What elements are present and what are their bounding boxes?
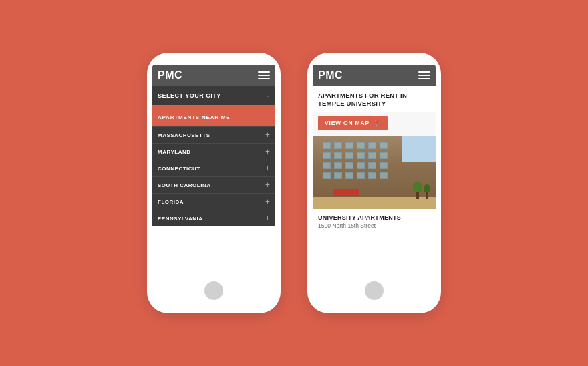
tree-2 [424, 184, 430, 199]
expand-icon: + [265, 181, 270, 189]
list-item[interactable]: CONNECTICUT + [152, 160, 275, 176]
menu-item-label: PENNSYLVANIA [158, 216, 203, 222]
view-on-map-label: VIEW ON MAP [325, 120, 370, 126]
hamburger-line-3 [418, 78, 430, 79]
window [345, 172, 353, 179]
view-on-map-button[interactable]: VIEW ON MAP 📍 [318, 116, 388, 130]
window [334, 152, 342, 159]
listing-info: UNIVERSITY APARTMENTS 1500 North 15th St… [313, 209, 436, 274]
window [368, 162, 376, 169]
windows-grid [323, 142, 388, 179]
window [380, 142, 388, 149]
expand-icon: + [265, 148, 270, 156]
window [380, 162, 388, 169]
expand-icon: + [265, 198, 270, 206]
list-item[interactable]: SOUTH CAROLINA + [152, 176, 275, 193]
window [357, 172, 365, 179]
listing-content: APARTMENTS FOR RENT IN TEMPLE UNIVERSITY… [313, 86, 436, 274]
left-header: PMC [152, 65, 275, 86]
window [334, 162, 342, 169]
tree-top [413, 182, 422, 192]
hamburger-line-3 [258, 78, 270, 79]
menu-item-label: SOUTH CAROLINA [158, 182, 210, 188]
list-item[interactable]: FLORIDA + [152, 193, 275, 210]
list-item[interactable]: MASSACHUSETTS + [152, 126, 275, 143]
select-city-label: SELECT YOUR CITY [158, 92, 221, 99]
window [357, 152, 365, 159]
menu-item-label: MARYLAND [158, 149, 190, 155]
apartments-near-me-item[interactable]: APARTMENTS NEAR ME [152, 105, 275, 126]
window [334, 172, 342, 179]
hamburger-line-2 [418, 75, 430, 76]
expand-icon: + [265, 164, 270, 172]
building-canopy [333, 189, 359, 196]
hamburger-line-1 [258, 71, 270, 73]
building-image [313, 136, 436, 209]
phone-left: PMC SELECT YOUR CITY - APARTMENTS NEAR M… [147, 53, 281, 313]
window [345, 162, 353, 169]
sky-background [402, 136, 436, 162]
phone-right-screen: PMC APARTMENTS FOR RENT IN TEMPLE UNIVER… [313, 65, 436, 274]
window [345, 152, 353, 159]
window [323, 162, 331, 169]
hamburger-menu-right[interactable] [418, 71, 430, 79]
apartment-name: UNIVERSITY APARTMENTS [318, 214, 430, 221]
window [380, 172, 388, 179]
menu-item-label: CONNECTICUT [158, 166, 200, 172]
list-item[interactable]: PENNSYLVANIA + [152, 210, 275, 226]
tree-trunk [416, 192, 419, 199]
building-facade [313, 136, 436, 209]
right-header: PMC [313, 65, 436, 86]
tree-1 [413, 182, 422, 199]
collapse-icon: - [267, 91, 270, 100]
map-pin-icon: 📍 [372, 120, 381, 127]
window [323, 142, 331, 149]
window [368, 172, 376, 179]
phone-right: PMC APARTMENTS FOR RENT IN TEMPLE UNIVER… [307, 53, 441, 313]
listing-title: APARTMENTS FOR RENT IN TEMPLE UNIVERSITY [318, 92, 430, 108]
hamburger-line-2 [258, 75, 270, 76]
window [368, 152, 376, 159]
hamburger-line-1 [418, 71, 430, 73]
phone-left-screen: PMC SELECT YOUR CITY - APARTMENTS NEAR M… [152, 65, 275, 274]
tree-trunk [426, 192, 428, 199]
window [380, 152, 388, 159]
select-city-row[interactable]: SELECT YOUR CITY - [152, 86, 275, 105]
list-item[interactable]: MARYLAND + [152, 143, 275, 160]
expand-icon: + [265, 131, 270, 139]
left-logo: PMC [158, 69, 182, 81]
hamburger-menu-left[interactable] [258, 71, 270, 79]
window [323, 152, 331, 159]
menu-item-label: MASSACHUSETTS [158, 132, 210, 138]
tree-top [424, 184, 430, 192]
window [334, 142, 342, 149]
window [368, 142, 376, 149]
apartments-near-me-label: APARTMENTS NEAR ME [158, 114, 230, 120]
phone-home-button[interactable] [204, 281, 223, 300]
window [345, 142, 353, 149]
window [323, 172, 331, 179]
expand-icon: + [265, 214, 270, 222]
listing-title-area: APARTMENTS FOR RENT IN TEMPLE UNIVERSITY [313, 86, 436, 112]
right-logo: PMC [318, 69, 343, 81]
apartment-address: 1500 North 15th Street [318, 222, 430, 229]
menu-item-label: FLORIDA [158, 199, 184, 205]
window [357, 162, 365, 169]
window [357, 142, 365, 149]
phone-home-button[interactable] [365, 281, 384, 300]
